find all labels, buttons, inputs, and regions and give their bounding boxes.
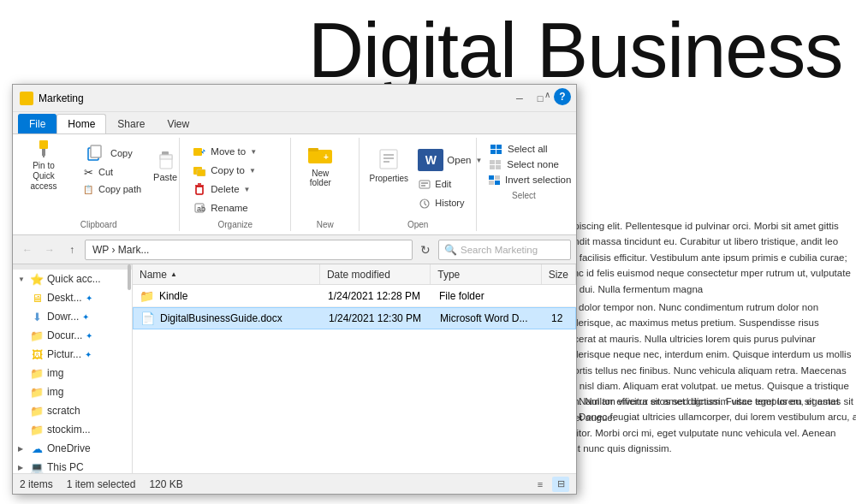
rename-icon: ab: [192, 201, 207, 215]
properties-button[interactable]: Properties: [366, 141, 411, 189]
file-type-cell: Microsoft Word D...: [433, 312, 544, 324]
copy-label: Copy: [110, 148, 133, 158]
copy-to-button[interactable]: Copy to ▼: [187, 162, 261, 179]
nav-item-label: Deskt...: [47, 292, 82, 304]
nav-item-desktop[interactable]: 🖥 Deskt... ✦: [13, 288, 132, 307]
search-placeholder: Search Marketing: [461, 245, 538, 255]
search-box[interactable]: 🔍 Search Marketing: [438, 240, 571, 260]
nav-item-label: stockim...: [47, 424, 91, 436]
minimize-button[interactable]: ─: [511, 90, 528, 107]
col-header-date[interactable]: Date modified: [320, 264, 431, 284]
new-folder-button[interactable]: + Newfolder: [298, 141, 342, 189]
move-to-button[interactable]: Move to ▼: [187, 143, 262, 160]
nav-item-thispc[interactable]: ▶ 💻 This PC: [13, 458, 132, 473]
nav-item-label: Docur...: [47, 329, 82, 341]
delete-arrow: ▼: [244, 186, 251, 193]
nav-item-label: scratch: [47, 405, 80, 417]
thispc-icon: 💻: [30, 460, 44, 473]
nav-item-stockimages[interactable]: 📁 stockim...: [13, 420, 132, 439]
delete-button[interactable]: Delete ▼: [187, 181, 255, 198]
svg-rect-20: [380, 150, 397, 169]
cut-button[interactable]: ✂ Cut: [76, 163, 146, 181]
copy-to-label: Copy to: [211, 165, 245, 175]
tab-file[interactable]: File: [18, 114, 56, 133]
nav-item-pictures[interactable]: 🖼 Pictur... ✦: [13, 345, 132, 364]
nav-item-label: Dowr...: [47, 311, 79, 323]
paste-shortcut-label: Copy path: [98, 184, 141, 194]
nav-item-documents[interactable]: 📁 Docur... ✦: [13, 326, 132, 345]
select-all-label: Select all: [508, 144, 548, 154]
refresh-button[interactable]: ↻: [416, 240, 435, 259]
desktop-icon: 🖥: [30, 291, 44, 305]
list-view-button[interactable]: ⊟: [552, 477, 569, 492]
col-header-size[interactable]: Size: [542, 264, 576, 284]
selected-info: 1 item selected: [67, 478, 136, 490]
nav-item-quick-access[interactable]: ▼ ⭐ Quick acc...: [13, 270, 132, 288]
select-none-button[interactable]: Select none: [484, 157, 564, 172]
nav-item-img2[interactable]: 📁 img: [13, 382, 132, 401]
downloads-icon: ⬇: [30, 310, 44, 323]
select-all-button[interactable]: Select all: [484, 141, 564, 157]
copy-to-icon: [192, 163, 207, 177]
organize-label: Organize: [187, 218, 283, 231]
star-icon: ✦: [82, 312, 89, 322]
file-size: 12: [551, 312, 562, 324]
bg-title: Digital Business: [308, 7, 842, 95]
ribbon: Pin to Quickaccess Copy: [13, 134, 576, 235]
up-button[interactable]: ↑: [62, 240, 81, 259]
svg-text:ab: ab: [197, 205, 205, 213]
col-header-name[interactable]: Name ▲: [133, 264, 320, 284]
organize-group: Move to ▼ Copy to ▼: [180, 138, 291, 231]
table-row[interactable]: 📄 DigitalBusinessGuide.docx 1/24/2021 12…: [133, 307, 576, 329]
svg-rect-12: [196, 187, 203, 194]
file-date-cell: 1/24/2021 12:30 PM: [322, 312, 433, 324]
cut-label: Cut: [98, 167, 113, 177]
copy-button[interactable]: Copy: [76, 143, 146, 163]
edit-icon: [418, 178, 431, 190]
pin-to-quick-access-button[interactable]: Pin to Quickaccess: [25, 141, 62, 189]
new-group: + Newfolder New: [291, 138, 360, 231]
address-path[interactable]: WP › Mark...: [85, 240, 413, 260]
col-name-label: Name: [140, 269, 167, 281]
help-button[interactable]: ?: [554, 88, 571, 105]
delete-label: Delete: [211, 184, 239, 194]
nav-item-label: Pictur...: [47, 348, 81, 360]
file-date-cell: 1/24/2021 12:28 PM: [321, 290, 432, 302]
onedrive-icon: ☁: [30, 442, 44, 455]
address-bar: ← → ↑ WP › Mark... ↻ 🔍 Search Marketing: [13, 235, 576, 264]
edit-label: Edit: [435, 179, 451, 189]
ribbon-collapse-chevron[interactable]: ∧: [544, 90, 550, 99]
tab-home[interactable]: Home: [56, 114, 106, 133]
cut-icon: ✂: [81, 165, 95, 179]
tab-share[interactable]: Share: [106, 114, 156, 133]
nav-item-downloads[interactable]: ⬇ Dowr... ✦: [13, 307, 132, 326]
nav-item-img1[interactable]: 📁 img: [13, 364, 132, 382]
file-type-cell: File folder: [432, 290, 544, 302]
nav-item-scratch[interactable]: 📁 scratch: [13, 401, 132, 420]
details-view-button[interactable]: ≡: [532, 477, 549, 492]
forward-button[interactable]: →: [40, 240, 59, 259]
status-bar: 2 items 1 item selected 120 KB ≡ ⊟: [13, 473, 576, 494]
tab-view[interactable]: View: [156, 114, 200, 133]
col-header-type[interactable]: Type: [431, 264, 541, 284]
file-size-cell: 12: [544, 312, 575, 324]
col-date-label: Date modified: [327, 269, 390, 281]
nav-item-label: img: [47, 367, 63, 379]
history-label: History: [435, 198, 464, 208]
svg-text:+: +: [324, 152, 329, 162]
nav-item-onedrive[interactable]: ▶ ☁ OneDrive: [13, 439, 132, 458]
rename-button[interactable]: ab Rename: [187, 199, 253, 216]
open-group: Properties W Open ▼: [360, 138, 477, 231]
invert-selection-button[interactable]: Invert selection: [484, 172, 564, 187]
table-row[interactable]: 📁 Kindle 1/24/2021 12:28 PM File folder: [133, 285, 576, 307]
file-name-cell: 📄 DigitalBusinessGuide.docx: [134, 311, 322, 325]
paste-button[interactable]: Paste: [150, 141, 181, 189]
paste-shortcut-button[interactable]: 📋 Copy path: [76, 181, 146, 198]
window-folder-icon: [20, 92, 33, 105]
paste-label: Paste: [153, 172, 177, 182]
back-button[interactable]: ←: [18, 240, 37, 259]
clipboard-group: Pin to Quickaccess Copy: [18, 138, 180, 231]
open-label: Open: [447, 155, 471, 165]
items-count: 2 items: [20, 478, 53, 490]
svg-rect-11: [197, 169, 205, 176]
